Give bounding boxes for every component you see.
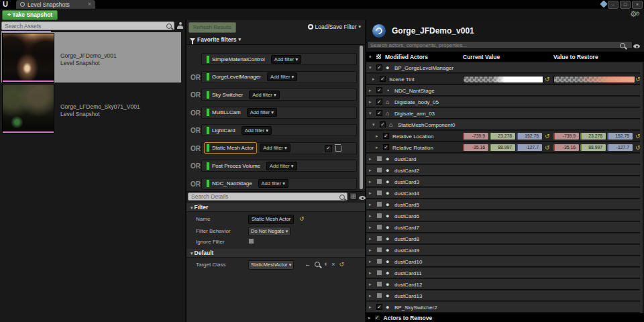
snapshot-list-item[interactable]: Gorge_LFDemo_Sky071_V001Level Snapshot [1, 83, 181, 133]
row-checkbox[interactable] [376, 201, 382, 207]
filter-card[interactable]: GorgeLevelManagerAdd filter ▾ [201, 71, 357, 83]
actor-row[interactable]: ▸✓●BP_SkySwitcher2 [366, 302, 643, 313]
y-value-field[interactable]: 88.997 [580, 144, 606, 151]
actor-row[interactable]: ▸●dustCard13 [366, 290, 643, 301]
filter-behavior-dropdown[interactable]: Do Not Negate ▾ [248, 227, 290, 236]
expander-icon[interactable]: ▾ [369, 111, 372, 116]
x-value-field[interactable]: -739.9 [463, 133, 488, 140]
filter-card[interactable]: NDC_NantStageAdd filter ▾ [201, 178, 357, 190]
row-checkbox[interactable] [376, 190, 382, 196]
clear-icon[interactable]: × [331, 261, 335, 268]
row-checkbox[interactable]: ✓ [376, 99, 382, 105]
filter-section-header[interactable]: ▾Filter [186, 203, 365, 212]
add-filter-button[interactable]: Add filter ▾ [241, 126, 272, 135]
row-checkbox[interactable] [376, 258, 382, 264]
favorite-filters-dropdown[interactable]: Favorite filters ▾ [190, 36, 241, 43]
filter-chip[interactable]: GorgeLevelManager [204, 71, 264, 83]
color-swatch[interactable] [553, 76, 635, 83]
load-save-filter-button[interactable]: Load/Save Filter ▾ [308, 23, 361, 30]
actor-row[interactable]: ▸●dustCard8 [366, 233, 643, 244]
row-checkbox[interactable]: ✓ [383, 144, 389, 150]
x-value-field[interactable]: -739.9 [553, 133, 579, 140]
filter-list-scrollbar[interactable] [360, 46, 363, 189]
reset-icon[interactable]: ↺ [545, 76, 550, 83]
expander-icon[interactable]: ▸ [369, 259, 372, 264]
actor-row[interactable]: ▸●dustCard10 [366, 256, 643, 267]
expander-icon[interactable]: ▸ [368, 315, 371, 321]
actor-row[interactable]: ▸●dustCard [366, 154, 643, 164]
expander-icon[interactable]: ▸ [369, 202, 372, 207]
property-row[interactable]: ▸✓Relative Rotation-35.1688.997-127.7↺-3… [366, 142, 643, 153]
add-icon[interactable]: + [324, 261, 327, 268]
actor-row[interactable]: ▸●dustCard12 [366, 279, 643, 290]
search-details-input[interactable] [188, 193, 347, 201]
close-button[interactable]: × [632, 1, 643, 9]
actor-row[interactable]: ▸●dustCard11 [366, 268, 643, 278]
search-actors-input[interactable] [367, 41, 633, 49]
add-filter-button[interactable]: Add filter ▾ [267, 72, 297, 81]
select-all-checkbox[interactable] [376, 54, 382, 60]
reset-icon[interactable]: ↺ [545, 144, 550, 151]
expander-icon[interactable]: ▾ [372, 122, 375, 127]
tab-level-snapshots[interactable]: Level Snapshots × [16, 0, 95, 9]
property-row[interactable]: ▸✓Relative Location-739.923.278152.75↺-7… [366, 131, 643, 142]
expander-icon[interactable]: ▸ [369, 99, 372, 105]
grid-view-icon[interactable] [350, 193, 357, 200]
reset-icon[interactable]: ↺ [299, 215, 305, 222]
expander-icon[interactable]: ▸ [369, 179, 372, 184]
actor-row[interactable]: ▸●dustCard2 [366, 165, 643, 176]
marketplace-icon[interactable] [600, 0, 607, 7]
actors-to-remove-checkbox[interactable]: ✓ [374, 315, 380, 321]
add-filter-button[interactable]: Add filter ▾ [260, 144, 290, 152]
filter-card[interactable]: Static Mesh ActorAdd filter ▾ [201, 142, 357, 154]
filter-card[interactable]: LightCardAdd filter ▾ [201, 124, 357, 136]
color-swatch[interactable] [463, 76, 543, 83]
filter-chip[interactable]: Static Mesh Actor [204, 142, 257, 154]
y-value-field[interactable]: 88.997 [490, 144, 515, 151]
ignore-filter-checkbox[interactable] [248, 238, 254, 244]
row-checkbox[interactable] [376, 247, 382, 253]
row-checkbox[interactable] [376, 178, 382, 184]
actor-row[interactable]: ▾✓⌂StaticMeshComponent0 [366, 119, 643, 130]
reset-icon[interactable]: ↺ [545, 133, 550, 140]
results-scrollbar[interactable] [640, 62, 643, 313]
actor-row[interactable]: ▸●dustCard3 [366, 176, 643, 187]
row-checkbox[interactable]: ✓ [376, 110, 382, 116]
take-snapshot-button[interactable]: + Take Snapshot [2, 10, 58, 20]
user-filter-icon[interactable] [177, 22, 183, 30]
z-value-field[interactable]: -127.7 [517, 144, 542, 151]
row-checkbox[interactable]: ✓ [376, 304, 382, 310]
trash-icon[interactable] [335, 146, 341, 152]
actor-row[interactable]: ▸●dustCard4 [366, 188, 643, 199]
actor-row[interactable]: ▸●dustCard9 [366, 245, 643, 256]
expander-icon[interactable]: ▸ [376, 145, 378, 150]
expander-icon[interactable]: ▸ [372, 76, 375, 82]
actor-row[interactable]: ▾✓●BP_GorgeLevelManager [366, 62, 643, 73]
expander-icon[interactable]: ▸ [369, 293, 372, 299]
filter-chip[interactable]: MultiLLCam [204, 107, 244, 118]
default-section-header[interactable]: ▾Default [186, 249, 365, 258]
x-value-field[interactable]: -35.16 [463, 144, 488, 151]
filter-card[interactable]: SimpleMaterialControlAdd filter ▾ [201, 53, 357, 65]
expander-icon[interactable]: ▸ [376, 133, 378, 139]
filter-name-field[interactable]: Static Mesh Actor [248, 215, 294, 224]
actor-row[interactable]: ▸●dustCard5 [366, 199, 643, 210]
expander-icon[interactable]: ▸ [369, 191, 372, 196]
property-row[interactable]: ▸✓Scene Tint↺↺ [366, 74, 643, 85]
filter-chip[interactable]: LightCard [204, 125, 239, 136]
x-value-field[interactable]: -35.16 [553, 144, 579, 151]
actor-row[interactable]: ▸●dustCard6 [366, 211, 643, 221]
row-checkbox[interactable] [376, 281, 382, 287]
row-checkbox[interactable]: ✓ [376, 87, 382, 93]
expander-icon[interactable]: ▸ [369, 225, 372, 230]
expander-icon[interactable]: ▸ [369, 236, 372, 241]
search-assets-input[interactable] [1, 21, 174, 30]
y-value-field[interactable]: 23.278 [490, 133, 515, 140]
filter-card[interactable]: Sky SwitcherAdd filter ▾ [201, 89, 357, 101]
actor-row[interactable]: ▸✓⌂Digislate_body_05 [366, 97, 643, 107]
row-checkbox[interactable]: ✓ [380, 76, 386, 82]
row-checkbox[interactable] [376, 213, 382, 219]
maximize-button[interactable]: □ [620, 1, 631, 9]
eye-visibility-icon[interactable] [359, 195, 366, 201]
row-checkbox[interactable] [376, 292, 382, 299]
